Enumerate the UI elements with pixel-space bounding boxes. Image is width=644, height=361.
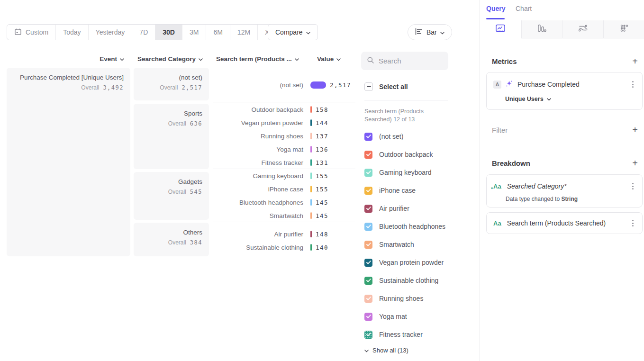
legend-item[interactable]: Air purifier [364,199,473,217]
table-row[interactable]: iPhone case155 [213,182,355,196]
overall-label: Overall [81,84,99,91]
metric-series-badge: A [493,81,501,89]
chevron-down-icon [199,55,203,63]
breakdown-section-header: Breakdown + [492,158,638,168]
value-bar [310,133,312,139]
table-row[interactable]: Bluetooth headphones145 [213,196,355,209]
modified-asterisk-icon: * [491,186,493,192]
insights-chart-icon [496,24,505,34]
indeterminate-checkbox-icon [364,82,373,91]
column-header-search-term[interactable]: Search term (Products ... [216,55,299,63]
legend-item[interactable]: Outdoor backpack [364,145,473,163]
date-range-yesterday[interactable]: Yesterday [89,25,133,40]
active-tab-underline [486,18,505,19]
column-header-searched-category[interactable]: Searched Category [126,55,203,63]
value-bar [310,231,312,237]
legend-item[interactable]: Running shoes [364,289,473,307]
date-range-custom[interactable]: Custom [7,25,56,40]
query-panel: Query Chart [480,0,644,361]
value-bar [310,199,312,206]
date-range-30d[interactable]: 30D [155,25,182,40]
breakdown-card-search-term[interactable]: Aa Search term (Products Searched) [486,212,643,234]
table-row[interactable]: Yoga mat136 [213,143,355,156]
add-metric-button[interactable]: + [632,56,638,66]
aggregation-selector[interactable]: Unique Users [505,96,635,102]
tab-insights[interactable] [480,20,521,38]
metric-menu-button[interactable] [630,79,635,90]
category-card-not-set[interactable]: (not set) Overall2,517 [134,68,209,100]
panel-divider [358,46,358,361]
value-bar [310,186,312,192]
table-row[interactable]: Air purifier148 [213,227,355,241]
checked-checkbox-icon [364,187,372,195]
chevron-down-icon [120,55,124,63]
add-filter-button[interactable]: + [632,125,638,135]
table-row[interactable]: Gaming keyboard155 [213,169,355,182]
chevron-down-icon [336,55,341,63]
column-header-event[interactable]: Event [7,55,124,63]
event-card[interactable]: Purchase Completed [Unique Users] Overal… [7,68,130,256]
breakdown-heading: Breakdown [492,159,530,167]
date-range-today[interactable]: Today [56,25,88,40]
overall-value: 3,492 [103,84,124,91]
retention-icon [620,24,628,34]
table-row[interactable]: Smartwatch145 [213,209,355,222]
event-sparkle-icon [506,80,513,89]
date-range-12m[interactable]: 12M [230,25,258,40]
tab-funnels[interactable] [521,20,562,38]
tab-retention[interactable] [603,20,644,38]
category-card-gadgets[interactable]: Gadgets Overall545 [134,172,209,220]
search-input[interactable] [379,57,443,65]
insights-report: Custom Today Yesterday 7D 30D 3M 6M 12M … [0,0,644,361]
row-group-not-set: (not set) 2,517 [213,68,355,102]
compare-button[interactable]: Compare [268,24,318,40]
table-row[interactable]: Outdoor backpack158 [213,103,355,116]
table-row[interactable]: Running shoes137 [213,129,355,143]
breakdown-menu-button[interactable] [630,218,635,228]
legend-item[interactable]: Smartwatch [364,235,473,253]
legend-item[interactable]: (not set) [364,127,473,145]
checked-checkbox-icon [364,313,372,321]
date-range-7d[interactable]: 7D [132,25,155,40]
show-all-link[interactable]: Show all (13) [364,347,408,354]
value-bar [310,106,312,113]
add-breakdown-button[interactable]: + [632,158,638,168]
date-range-6m[interactable]: 6M [206,25,230,40]
tab-chart[interactable]: Chart [516,5,532,12]
breakdown-property-name: Search term (Products Searched) [507,219,606,227]
row-group-gadgets: Gaming keyboard155 iPhone case155 Blueto… [213,169,355,222]
breakdown-menu-button[interactable] [630,181,635,191]
category-card-sports[interactable]: Sports Overall636 [134,104,209,169]
breakdown-card-searched-category[interactable]: Aa* Searched Category* Data type changed… [486,174,643,208]
legend-search[interactable] [361,52,448,70]
table-row[interactable]: Vegan protein powder144 [213,116,355,129]
legend-item[interactable]: Vegan protein powder [364,253,473,271]
checked-checkbox-icon [364,223,372,231]
table-row[interactable]: (not set) 2,517 [213,78,355,91]
select-all-checkbox[interactable]: Select all [364,82,408,91]
value-bar [310,212,312,219]
tab-query[interactable]: Query [486,5,505,12]
date-range-3m[interactable]: 3M [182,25,206,40]
chevron-down-icon [440,28,444,36]
table-row[interactable]: Fitness tracker131 [213,156,355,169]
string-type-icon: Aa* [493,183,501,190]
legend-item[interactable]: Bluetooth headphones [364,217,473,235]
checked-checkbox-icon [364,151,372,159]
chart-type-button[interactable]: Bar [408,24,452,40]
flows-icon [578,24,588,34]
legend-item[interactable]: Gaming keyboard [364,163,473,181]
category-card-others[interactable]: Others Overall384 [134,223,209,256]
column-header-value[interactable]: Value [317,55,341,63]
legend-item[interactable]: iPhone case [364,181,473,199]
divider [364,100,448,100]
metrics-section-header: Metrics + [492,56,638,66]
checked-checkbox-icon [364,259,372,267]
legend-item[interactable]: Yoga mat [364,307,473,325]
legend-item[interactable]: Sustainable clothing [364,271,473,289]
metric-card[interactable]: A Purchase Completed Unique Users [486,72,643,110]
value-bar [310,244,312,251]
tab-flows[interactable] [562,20,604,38]
legend-item[interactable]: Fitness tracker [364,325,473,343]
table-row[interactable]: Sustainable clothing140 [213,241,355,254]
